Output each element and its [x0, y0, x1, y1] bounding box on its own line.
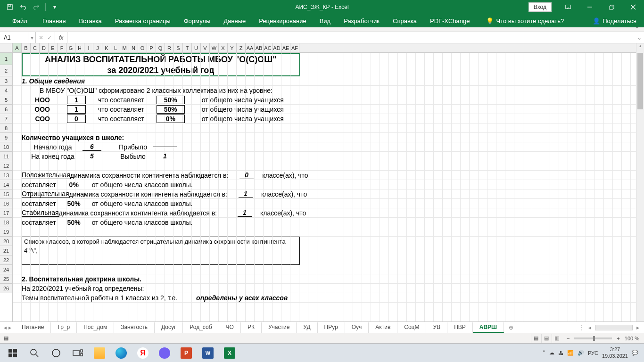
- sheet-tab[interactable]: УД: [297, 322, 317, 333]
- tab-file[interactable]: Файл: [4, 15, 36, 27]
- row-header[interactable]: 6: [0, 105, 12, 114]
- row-header[interactable]: 25: [0, 274, 12, 284]
- row-header[interactable]: 2: [0, 65, 12, 76]
- vertical-scrollbar[interactable]: ▴: [636, 43, 644, 321]
- viber-icon[interactable]: [154, 344, 175, 362]
- row-header[interactable]: 14: [0, 180, 12, 189]
- col-header[interactable]: D: [40, 43, 49, 52]
- tray-volume-icon[interactable]: 🔊: [578, 350, 584, 356]
- col-header[interactable]: J: [93, 43, 102, 52]
- share-button[interactable]: 👤 Поделиться: [593, 17, 636, 25]
- tab-layout[interactable]: Разметка страницы: [108, 15, 177, 27]
- tray-clock[interactable]: 3:27 19.03.2021: [602, 346, 628, 359]
- col-header[interactable]: U: [192, 43, 201, 52]
- horizontal-scrollbar[interactable]: [595, 325, 633, 330]
- row-header[interactable]: 20: [0, 237, 12, 246]
- col-header[interactable]: AA: [246, 43, 255, 52]
- row-header[interactable]: 17: [0, 208, 12, 218]
- tab-view[interactable]: Вид: [313, 15, 338, 27]
- tray-language[interactable]: РУС: [588, 350, 598, 356]
- row-header[interactable]: 13: [0, 171, 12, 180]
- col-header[interactable]: N: [129, 43, 138, 52]
- maximize-button[interactable]: [601, 0, 622, 14]
- formula-expand-icon[interactable]: ⌄: [635, 34, 644, 41]
- col-header[interactable]: I: [84, 43, 93, 52]
- row-header[interactable]: 21: [0, 246, 12, 255]
- row-header[interactable]: 12: [0, 161, 12, 171]
- tab-developer[interactable]: Разработчик: [337, 15, 386, 27]
- powerpoint-icon[interactable]: P: [175, 344, 197, 362]
- zoom-out-button[interactable]: −: [567, 336, 570, 341]
- col-header[interactable]: AB: [255, 43, 264, 52]
- col-header[interactable]: M: [120, 43, 129, 52]
- sheet-tab[interactable]: ПВР: [447, 322, 473, 333]
- col-header[interactable]: Z: [237, 43, 246, 52]
- sheet-tab[interactable]: Пос_дом: [77, 322, 114, 333]
- col-header[interactable]: A: [13, 43, 22, 52]
- redo-icon[interactable]: [30, 1, 42, 13]
- close-button[interactable]: [622, 0, 644, 14]
- select-all-corner[interactable]: [0, 43, 12, 53]
- cortana-icon[interactable]: [45, 344, 67, 362]
- row-header[interactable]: 3: [0, 76, 12, 86]
- ribbon-options-icon[interactable]: [557, 0, 579, 14]
- col-header[interactable]: P: [147, 43, 156, 52]
- row-header[interactable]: 24: [0, 265, 12, 274]
- col-header[interactable]: X: [219, 43, 228, 52]
- view-page-layout-icon[interactable]: ▤: [541, 334, 552, 343]
- sheet-tab[interactable]: Участие: [262, 322, 297, 333]
- sheet-nav[interactable]: ◂▸: [0, 324, 15, 331]
- col-header[interactable]: AE: [281, 43, 290, 52]
- sheet-tab[interactable]: АВРШ: [473, 322, 504, 333]
- sheet-tab[interactable]: Питание: [15, 322, 51, 333]
- col-header[interactable]: E: [49, 43, 58, 52]
- col-header[interactable]: L: [111, 43, 120, 52]
- yandex-icon[interactable]: Я: [132, 344, 154, 362]
- row-header[interactable]: 11: [0, 152, 12, 161]
- qat-customize-icon[interactable]: ▾: [49, 1, 61, 13]
- tray-network-icon[interactable]: 🖧: [558, 350, 563, 356]
- tab-data[interactable]: Данные: [217, 15, 252, 27]
- row-header[interactable]: 10: [0, 142, 12, 152]
- word-icon[interactable]: W: [197, 344, 219, 362]
- row-header[interactable]: 4: [0, 86, 12, 95]
- row-header[interactable]: 16: [0, 199, 12, 208]
- zoom-in-button[interactable]: +: [617, 336, 619, 341]
- col-header[interactable]: F: [58, 43, 66, 52]
- col-header[interactable]: B: [22, 43, 31, 52]
- view-normal-icon[interactable]: ▦: [531, 334, 541, 343]
- login-button[interactable]: Вход: [528, 2, 552, 12]
- tab-pdf[interactable]: PDF-XChange: [423, 15, 477, 27]
- sheet-tab[interactable]: РК: [241, 322, 262, 333]
- start-button[interactable]: [2, 344, 24, 362]
- sheet-tab[interactable]: Занятость: [114, 322, 155, 333]
- row-header[interactable]: 9: [0, 133, 12, 142]
- hscroll-right[interactable]: ▸: [635, 324, 641, 331]
- sheet-tab[interactable]: УВ: [426, 322, 447, 333]
- col-header[interactable]: AF: [290, 43, 299, 52]
- row-header[interactable]: 22: [0, 255, 12, 265]
- col-header[interactable]: R: [165, 43, 174, 52]
- row-header[interactable]: 5: [0, 95, 12, 105]
- col-header[interactable]: K: [102, 43, 111, 52]
- add-sheet-button[interactable]: ⊕: [504, 324, 518, 331]
- zoom-slider[interactable]: [574, 337, 612, 339]
- tab-help[interactable]: Справка: [386, 15, 423, 27]
- fx-button[interactable]: fx: [55, 32, 67, 43]
- col-header[interactable]: H: [75, 43, 84, 52]
- explorer-icon[interactable]: [89, 344, 110, 362]
- excel-icon[interactable]: X: [219, 344, 240, 362]
- record-macro-icon[interactable]: ▦: [0, 335, 8, 341]
- hscroll-left[interactable]: ◂: [586, 324, 593, 331]
- col-header[interactable]: Q: [156, 43, 165, 52]
- tray-chevron-icon[interactable]: ˄: [543, 350, 545, 356]
- col-header[interactable]: T: [183, 43, 192, 52]
- search-icon[interactable]: [24, 344, 45, 362]
- col-header[interactable]: W: [210, 43, 219, 52]
- tray-wifi-icon[interactable]: 📶: [567, 350, 574, 356]
- tell-me[interactable]: 💡 Что вы хотите сделать?: [486, 17, 564, 25]
- scrollbar-thumb[interactable]: [637, 53, 643, 109]
- cancel-formula-icon[interactable]: ✕: [39, 34, 43, 41]
- col-header[interactable]: C: [31, 43, 40, 52]
- row-header[interactable]: 7: [0, 114, 12, 123]
